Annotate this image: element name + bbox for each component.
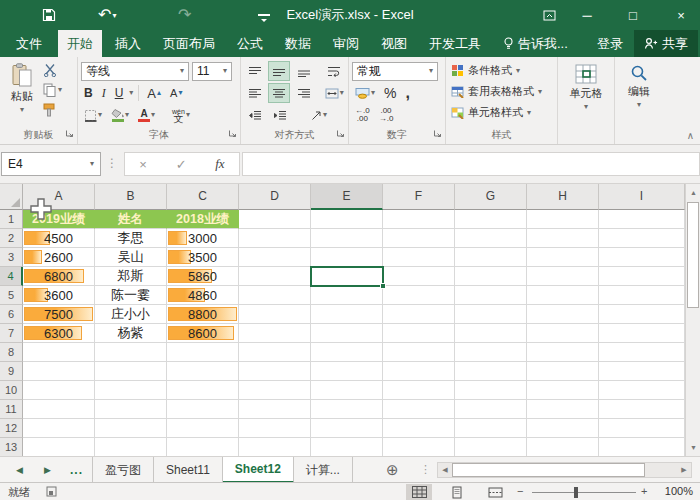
cell-A5[interactable]: 3600 xyxy=(23,286,95,305)
enter-button[interactable]: ✓ xyxy=(176,157,187,172)
sheet-tab-Sheet12[interactable]: Sheet12 xyxy=(223,457,294,483)
cell-D6[interactable] xyxy=(239,305,311,324)
sheet-tab-[interactable]: 计算... xyxy=(294,457,353,483)
decrease-font-size-button[interactable]: A▾ xyxy=(167,83,185,103)
ribbon-tab-data[interactable]: 数据 xyxy=(276,30,320,57)
row-header-12[interactable]: 12 xyxy=(0,419,23,438)
cell-F6[interactable] xyxy=(383,305,455,324)
cell-B2[interactable]: 李思 xyxy=(95,229,167,248)
borders-button[interactable]: ▾ xyxy=(81,105,105,125)
number-format-select[interactable]: 常规 ▾ xyxy=(352,62,438,81)
cell-A2[interactable]: 4500 xyxy=(23,229,95,248)
row-header-5[interactable]: 5 xyxy=(0,286,23,305)
align-right-button[interactable] xyxy=(293,83,314,103)
vertical-scrollbar[interactable]: ▲ ▼ xyxy=(685,184,700,456)
ribbon-tab-formulas[interactable]: 公式 xyxy=(228,30,272,57)
scroll-left-icon[interactable]: ◀ xyxy=(438,463,452,477)
underline-button[interactable]: U xyxy=(112,83,127,103)
cell-D13[interactable] xyxy=(239,438,311,456)
ribbon-display-options-button[interactable] xyxy=(532,0,566,30)
font-size-select[interactable]: 11 ▾ xyxy=(192,62,232,81)
cut-button[interactable] xyxy=(41,60,64,80)
cell-G12[interactable] xyxy=(455,419,527,438)
format-painter-button[interactable] xyxy=(41,100,64,120)
row-header-6[interactable]: 6 xyxy=(0,305,23,324)
clipboard-dialog-launcher-icon[interactable] xyxy=(65,127,74,141)
cell-D3[interactable] xyxy=(239,248,311,267)
cell-E11[interactable] xyxy=(311,400,383,419)
cell-E1[interactable] xyxy=(311,210,383,229)
zoom-level[interactable]: 100% xyxy=(665,485,693,497)
cell-F2[interactable] xyxy=(383,229,455,248)
cell-C6[interactable]: 8800 xyxy=(167,305,239,324)
cell-G10[interactable] xyxy=(455,381,527,400)
increase-indent-button[interactable] xyxy=(269,105,291,125)
comma-style-button[interactable]: , xyxy=(402,83,412,103)
cell-H12[interactable] xyxy=(527,419,599,438)
cell-I11[interactable] xyxy=(599,400,685,419)
cell-H1[interactable] xyxy=(527,210,599,229)
cell-B4[interactable]: 郑斯 xyxy=(95,267,167,286)
cell-G9[interactable] xyxy=(455,362,527,381)
cell-E7[interactable] xyxy=(311,324,383,343)
ribbon-tab-view[interactable]: 视图 xyxy=(372,30,416,57)
cell-C13[interactable] xyxy=(167,438,239,456)
cell-D9[interactable] xyxy=(239,362,311,381)
ribbon-tab-file[interactable]: 文件 xyxy=(4,30,54,57)
editing-button[interactable]: 编辑 ▾ xyxy=(618,60,660,109)
cell-E3[interactable] xyxy=(311,248,383,267)
column-header-D[interactable]: D xyxy=(239,184,311,210)
align-top-button[interactable] xyxy=(244,61,265,81)
cell-G11[interactable] xyxy=(455,400,527,419)
cell-H10[interactable] xyxy=(527,381,599,400)
cell-H3[interactable] xyxy=(527,248,599,267)
wrap-text-button[interactable] xyxy=(324,61,345,81)
row-header-11[interactable]: 11 xyxy=(0,400,23,419)
phonetic-guide-button[interactable]: wén 文 ▾ xyxy=(169,105,193,125)
cell-D7[interactable] xyxy=(239,324,311,343)
cell-F4[interactable] xyxy=(383,267,455,286)
cell-F8[interactable] xyxy=(383,343,455,362)
cell-G2[interactable] xyxy=(455,229,527,248)
column-header-H[interactable]: H xyxy=(527,184,599,210)
cell-D11[interactable] xyxy=(239,400,311,419)
cell-G4[interactable] xyxy=(455,267,527,286)
cell-C8[interactable] xyxy=(167,343,239,362)
cell-H6[interactable] xyxy=(527,305,599,324)
column-header-F[interactable]: F xyxy=(383,184,455,210)
cell-C9[interactable] xyxy=(167,362,239,381)
insert-function-button[interactable]: fx xyxy=(215,156,224,172)
cell-I3[interactable] xyxy=(599,248,685,267)
cell-B8[interactable] xyxy=(95,343,167,362)
cell-H2[interactable] xyxy=(527,229,599,248)
cell-A10[interactable] xyxy=(23,381,95,400)
cell-H8[interactable] xyxy=(527,343,599,362)
cell-F5[interactable] xyxy=(383,286,455,305)
cells-button[interactable]: 单元格 ▾ xyxy=(561,60,611,111)
cell-B3[interactable]: 吴山 xyxy=(95,248,167,267)
cell-C1[interactable]: 2018业绩 xyxy=(167,210,239,229)
scroll-right-icon[interactable]: ▶ xyxy=(677,463,691,477)
copy-button[interactable]: ▾ xyxy=(41,80,64,100)
cell-D10[interactable] xyxy=(239,381,311,400)
page-layout-view-button[interactable] xyxy=(444,484,470,500)
underline-dropdown-icon[interactable]: ▾ xyxy=(129,89,133,97)
cell-G13[interactable] xyxy=(455,438,527,456)
close-button[interactable]: × xyxy=(664,0,698,30)
cell-E6[interactable] xyxy=(311,305,383,324)
name-box[interactable]: E4 ▾ xyxy=(1,152,101,176)
increase-font-size-button[interactable]: A▴ xyxy=(144,83,164,103)
cell-G1[interactable] xyxy=(455,210,527,229)
row-header-4[interactable]: 4 xyxy=(0,267,23,286)
selected-cell-outline[interactable] xyxy=(310,266,384,287)
cell-F7[interactable] xyxy=(383,324,455,343)
cell-C10[interactable] xyxy=(167,381,239,400)
cell-F12[interactable] xyxy=(383,419,455,438)
cell-B1[interactable]: 姓名 xyxy=(95,210,167,229)
ribbon-tab-home[interactable]: 开始 xyxy=(58,30,102,57)
decrease-decimal-button[interactable]: .00→.0 xyxy=(376,105,397,125)
cell-C11[interactable] xyxy=(167,400,239,419)
cell-F10[interactable] xyxy=(383,381,455,400)
font-color-button[interactable]: A ▾ xyxy=(135,105,158,125)
cell-B11[interactable] xyxy=(95,400,167,419)
